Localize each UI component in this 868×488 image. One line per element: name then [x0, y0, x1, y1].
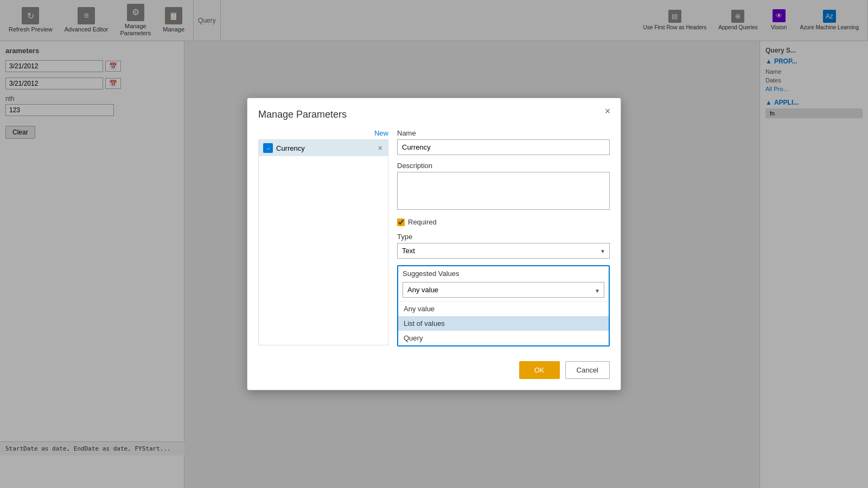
- manage-parameters-modal: Manage Parameters × New → Currency × Nam…: [247, 98, 621, 390]
- dropdown-option-any-value[interactable]: Any value: [398, 301, 609, 316]
- suggested-values-select[interactable]: Any value List of values Query: [403, 282, 604, 298]
- required-checkbox[interactable]: [397, 219, 405, 226]
- name-form-input[interactable]: [397, 139, 610, 155]
- param-item-icon: →: [263, 143, 273, 153]
- dropdown-options-list: Any value List of values Query: [398, 301, 609, 345]
- type-form-label: Type: [397, 233, 610, 241]
- cancel-button[interactable]: Cancel: [565, 361, 610, 379]
- type-select[interactable]: Text Number Date DateTime DateTimeZone D…: [397, 243, 610, 259]
- suggested-values-container: Suggested Values Any value List of value…: [397, 265, 610, 346]
- ok-button[interactable]: OK: [519, 361, 560, 379]
- required-checkbox-label: Required: [408, 218, 437, 226]
- param-list: → Currency ×: [258, 139, 388, 345]
- dropdown-option-list-of-values[interactable]: List of values: [398, 316, 609, 331]
- type-form-group: Type Text Number Date DateTime DateTimeZ…: [397, 233, 610, 259]
- param-remove-button[interactable]: ×: [377, 144, 384, 152]
- modal-title: Manage Parameters: [258, 109, 610, 120]
- dropdown-option-query[interactable]: Query: [398, 331, 609, 345]
- description-form-textarea[interactable]: [397, 172, 610, 210]
- description-form-label: Description: [397, 162, 610, 170]
- modal-footer: OK Cancel: [519, 361, 610, 379]
- description-form-group: Description: [397, 162, 610, 211]
- type-select-wrapper: Text Number Date DateTime DateTimeZone D…: [397, 243, 610, 259]
- modal-close-button[interactable]: ×: [601, 105, 614, 118]
- param-list-item-currency[interactable]: → Currency ×: [259, 140, 388, 156]
- param-list-container: New → Currency ×: [258, 129, 388, 346]
- modal-body: New → Currency × Name Description: [258, 129, 610, 346]
- param-item-name: Currency: [276, 144, 374, 152]
- name-form-group: Name: [397, 129, 610, 155]
- sv-select-wrapper: Any value List of values Query: [398, 280, 609, 301]
- param-form: Name Description Required Type Text Numb…: [397, 129, 610, 346]
- required-checkbox-row: Required: [397, 218, 610, 226]
- name-form-label: Name: [397, 129, 610, 137]
- new-param-link[interactable]: New: [258, 129, 388, 137]
- suggested-values-label: Suggested Values: [398, 266, 609, 280]
